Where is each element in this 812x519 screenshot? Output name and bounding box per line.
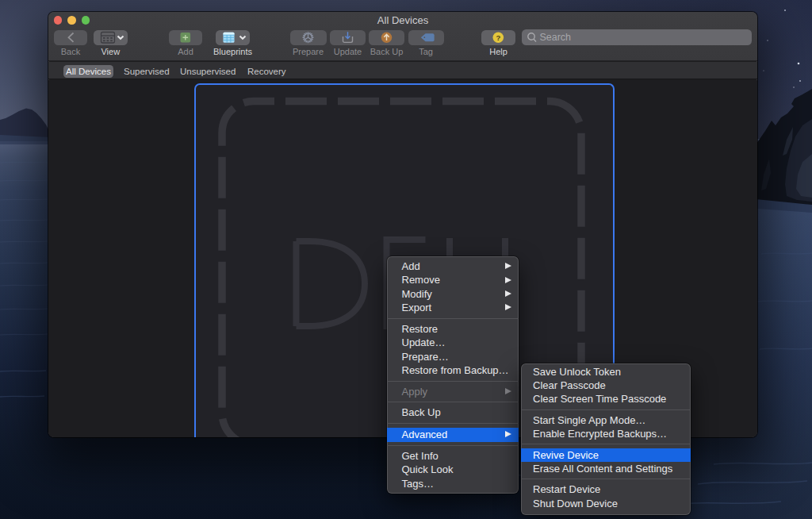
svg-text:?: ? xyxy=(496,33,500,42)
